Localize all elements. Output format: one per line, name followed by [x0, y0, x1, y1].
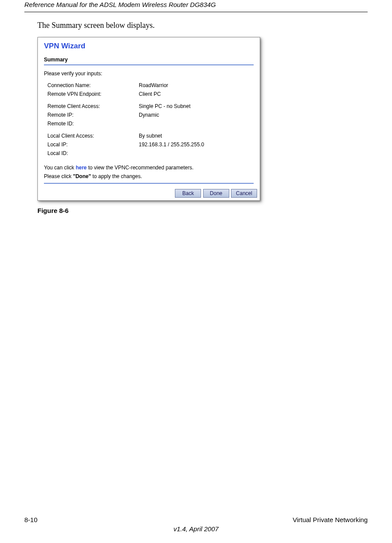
local-id-label: Local ID: [47, 150, 139, 156]
note2-pre: Please click [44, 173, 73, 179]
row-remote-id: Remote ID: [44, 119, 254, 128]
vpn-wizard-dialog: VPN Wizard Summary Please verify your in… [37, 37, 260, 201]
local-access-value: By subnet [139, 133, 254, 139]
vpnc-note: You can click here to view the VPNC-reco… [44, 165, 254, 171]
note2-post: to apply the changes. [91, 173, 142, 179]
done-note: Please click "Done" to apply the changes… [44, 173, 254, 179]
local-ip-value: 192.168.3.1 / 255.255.255.0 [139, 142, 254, 148]
wizard-button-bar: Back Done Cancel [38, 187, 260, 200]
note2-strong: "Done" [73, 173, 91, 179]
page-number: 8-10 [24, 516, 37, 523]
remote-id-label: Remote ID: [47, 121, 139, 127]
separator-rule [44, 64, 254, 65]
remote-endpoint-value: Client PC [139, 91, 254, 97]
vpnc-here-link[interactable]: here [76, 165, 87, 171]
connection-name-value: RoadWarrior [139, 82, 254, 88]
intro-paragraph: The Summary screen below displays. [24, 21, 368, 30]
local-access-label: Local Client Access: [47, 133, 139, 139]
remote-ip-value: Dynamic [139, 112, 254, 118]
local-ip-label: Local IP: [47, 142, 139, 148]
done-button[interactable]: Done [203, 189, 229, 198]
cancel-button[interactable]: Cancel [231, 189, 257, 198]
note1-pre: You can click [44, 165, 76, 171]
separator-rule-bottom [44, 183, 254, 184]
row-remote-access: Remote Client Access: Single PC - no Sub… [44, 102, 254, 111]
remote-endpoint-label: Remote VPN Endpoint: [47, 91, 139, 97]
row-remote-ip: Remote IP: Dynamic [44, 111, 254, 119]
footer-version: v1.4, April 2007 [24, 525, 368, 533]
remote-access-label: Remote Client Access: [47, 103, 139, 109]
remote-ip-label: Remote IP: [47, 112, 139, 118]
row-remote-endpoint: Remote VPN Endpoint: Client PC [44, 90, 254, 98]
figure-container: VPN Wizard Summary Please verify your in… [24, 37, 368, 201]
connection-name-label: Connection Name: [47, 82, 139, 88]
wizard-title: VPN Wizard [44, 42, 254, 51]
footer-section: Virtual Private Networking [293, 516, 368, 523]
running-header: Reference Manual for the ADSL Modem Wire… [24, 0, 368, 12]
back-button[interactable]: Back [175, 189, 201, 198]
row-local-access: Local Client Access: By subnet [44, 132, 254, 140]
local-id-value [139, 150, 254, 156]
remote-access-value: Single PC - no Subnet [139, 103, 254, 109]
remote-id-value [139, 121, 254, 127]
header-rule [24, 12, 368, 12]
row-local-id: Local ID: [44, 149, 254, 158]
row-local-ip: Local IP: 192.168.3.1 / 255.255.255.0 [44, 140, 254, 149]
note1-post: to view the VPNC-recommended parameters. [87, 165, 193, 171]
page-footer: 8-10 Virtual Private Networking v1.4, Ap… [24, 516, 368, 533]
figure-caption: Figure 8-6 [24, 207, 368, 214]
verify-label: Please verify your inputs: [44, 71, 254, 77]
row-connection-name: Connection Name: RoadWarrior [44, 81, 254, 90]
wizard-subtitle: Summary [44, 57, 254, 63]
